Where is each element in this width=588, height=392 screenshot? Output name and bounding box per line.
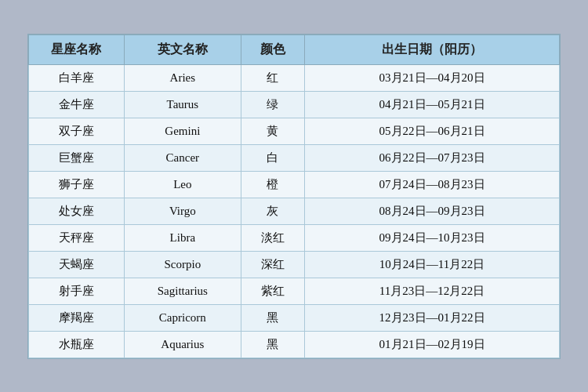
table-row: 射手座Sagittarius紫红11月23日—12月22日	[29, 278, 560, 304]
table-body: 白羊座Aries红03月21日—04月20日金牛座Taurus绿04月21日—0…	[29, 64, 560, 358]
table-row: 双子座Gemini黄05月22日—06月21日	[29, 118, 560, 144]
header-en: 英文名称	[124, 34, 241, 64]
cell-color: 橙	[241, 171, 304, 198]
cell-cn: 白羊座	[29, 64, 125, 91]
header-color: 颜色	[241, 34, 304, 64]
cell-en: Cancer	[124, 144, 241, 171]
zodiac-table: 星座名称 英文名称 颜色 出生日期（阳历） 白羊座Aries红03月21日—04…	[28, 34, 560, 358]
cell-en: Aquarius	[124, 331, 241, 358]
header-date: 出生日期（阳历）	[305, 34, 560, 64]
cell-en: Scorpio	[124, 251, 241, 278]
cell-en: Taurus	[124, 91, 241, 118]
cell-color: 黑	[241, 304, 304, 331]
cell-cn: 摩羯座	[29, 304, 125, 331]
cell-color: 黑	[241, 331, 304, 358]
cell-en: Aries	[124, 64, 241, 91]
table-row: 狮子座Leo橙07月24日—08月23日	[29, 171, 560, 198]
cell-cn: 处女座	[29, 198, 125, 224]
cell-date: 04月21日—05月21日	[305, 91, 560, 118]
cell-date: 08月24日—09月23日	[305, 198, 560, 224]
table-header-row: 星座名称 英文名称 颜色 出生日期（阳历）	[29, 34, 560, 64]
cell-cn: 水瓶座	[29, 331, 125, 358]
cell-en: Libra	[124, 224, 241, 251]
table-row: 天蝎座Scorpio深红10月24日—11月22日	[29, 251, 560, 278]
cell-color: 绿	[241, 91, 304, 118]
table-row: 摩羯座Capricorn黑12月23日—01月22日	[29, 304, 560, 331]
cell-date: 07月24日—08月23日	[305, 171, 560, 198]
table-row: 金牛座Taurus绿04月21日—05月21日	[29, 91, 560, 118]
cell-cn: 天蝎座	[29, 251, 125, 278]
cell-color: 紫红	[241, 278, 304, 304]
zodiac-table-container: 星座名称 英文名称 颜色 出生日期（阳历） 白羊座Aries红03月21日—04…	[27, 34, 561, 359]
table-row: 巨蟹座Cancer白06月22日—07月23日	[29, 144, 560, 171]
table-row: 处女座Virgo灰08月24日—09月23日	[29, 198, 560, 224]
cell-color: 淡红	[241, 224, 304, 251]
cell-date: 05月22日—06月21日	[305, 118, 560, 144]
cell-date: 03月21日—04月20日	[305, 64, 560, 91]
cell-en: Virgo	[124, 198, 241, 224]
cell-date: 06月22日—07月23日	[305, 144, 560, 171]
cell-en: Gemini	[124, 118, 241, 144]
cell-cn: 巨蟹座	[29, 144, 125, 171]
cell-en: Sagittarius	[124, 278, 241, 304]
header-cn: 星座名称	[29, 34, 125, 64]
cell-date: 10月24日—11月22日	[305, 251, 560, 278]
table-row: 白羊座Aries红03月21日—04月20日	[29, 64, 560, 91]
cell-en: Leo	[124, 171, 241, 198]
cell-cn: 双子座	[29, 118, 125, 144]
table-row: 天秤座Libra淡红09月24日—10月23日	[29, 224, 560, 251]
cell-color: 深红	[241, 251, 304, 278]
cell-color: 红	[241, 64, 304, 91]
cell-cn: 射手座	[29, 278, 125, 304]
cell-cn: 天秤座	[29, 224, 125, 251]
table-row: 水瓶座Aquarius黑01月21日—02月19日	[29, 331, 560, 358]
cell-color: 灰	[241, 198, 304, 224]
cell-date: 12月23日—01月22日	[305, 304, 560, 331]
cell-date: 11月23日—12月22日	[305, 278, 560, 304]
cell-cn: 狮子座	[29, 171, 125, 198]
cell-cn: 金牛座	[29, 91, 125, 118]
cell-color: 黄	[241, 118, 304, 144]
cell-en: Capricorn	[124, 304, 241, 331]
cell-date: 09月24日—10月23日	[305, 224, 560, 251]
cell-color: 白	[241, 144, 304, 171]
cell-date: 01月21日—02月19日	[305, 331, 560, 358]
